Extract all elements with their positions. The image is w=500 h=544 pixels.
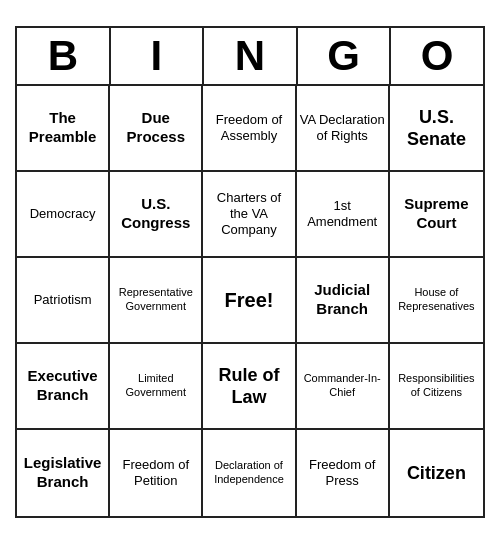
bingo-cell-20: Legislative Branch xyxy=(17,430,110,516)
bingo-cell-12: Free! xyxy=(203,258,296,344)
bingo-cell-5: Democracy xyxy=(17,172,110,258)
bingo-cell-22: Declaration of Independence xyxy=(203,430,296,516)
bingo-cell-9: Supreme Court xyxy=(390,172,483,258)
bingo-cell-23: Freedom of Press xyxy=(297,430,390,516)
bingo-letter-o: O xyxy=(391,28,483,84)
bingo-cell-18: Commander-In-Chief xyxy=(297,344,390,430)
bingo-cell-6: U.S. Congress xyxy=(110,172,203,258)
bingo-cell-3: VA Declaration of Rights xyxy=(297,86,390,172)
bingo-cell-13: Judicial Branch xyxy=(297,258,390,344)
bingo-cell-14: House of Represenatives xyxy=(390,258,483,344)
bingo-card: BINGO The PreambleDue ProcessFreedom of … xyxy=(15,26,485,518)
bingo-letter-i: I xyxy=(111,28,205,84)
bingo-cell-1: Due Process xyxy=(110,86,203,172)
bingo-letter-g: G xyxy=(298,28,392,84)
bingo-cell-2: Freedom of Assembly xyxy=(203,86,296,172)
bingo-letter-b: B xyxy=(17,28,111,84)
bingo-header: BINGO xyxy=(17,28,483,86)
bingo-cell-11: Representative Government xyxy=(110,258,203,344)
bingo-cell-24: Citizen xyxy=(390,430,483,516)
bingo-cell-17: Rule of Law xyxy=(203,344,296,430)
bingo-cell-16: Limited Government xyxy=(110,344,203,430)
bingo-cell-7: Charters of the VA Company xyxy=(203,172,296,258)
bingo-grid: The PreambleDue ProcessFreedom of Assemb… xyxy=(17,86,483,516)
bingo-cell-15: Executive Branch xyxy=(17,344,110,430)
bingo-letter-n: N xyxy=(204,28,298,84)
bingo-cell-8: 1st Amendment xyxy=(297,172,390,258)
bingo-cell-0: The Preamble xyxy=(17,86,110,172)
bingo-cell-21: Freedom of Petition xyxy=(110,430,203,516)
bingo-cell-10: Patriotism xyxy=(17,258,110,344)
bingo-cell-4: U.S. Senate xyxy=(390,86,483,172)
bingo-cell-19: Responsibilities of Citizens xyxy=(390,344,483,430)
